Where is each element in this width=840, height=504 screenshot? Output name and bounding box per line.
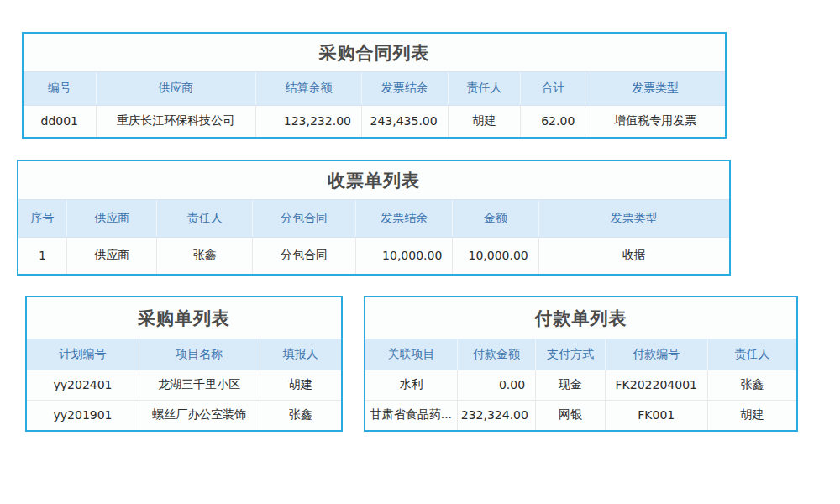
column-header: 编号	[24, 72, 96, 105]
payment-grid: 关联项目 付款金额 支付方式 付款编号 责任人 水利 0.00 现金 FK202…	[365, 339, 796, 430]
column-header: 结算余额	[255, 72, 361, 105]
column-header: 付款编号	[605, 339, 707, 370]
column-header: 发票类型	[585, 72, 725, 105]
column-header: 合计	[521, 72, 585, 105]
column-header: 供应商	[67, 200, 157, 237]
column-header: 填报人	[260, 339, 341, 370]
column-header: 供应商	[96, 72, 255, 105]
cell-amount: 10,000.00	[453, 237, 538, 274]
column-header: 责任人	[448, 72, 521, 105]
cell-responsible: 张鑫	[707, 370, 796, 400]
header-row: 编号 供应商 结算余额 发票结余 责任人 合计 发票类型	[24, 72, 725, 105]
receipt-grid: 序号 供应商 责任人 分包合同 发票结余 金额 发票类型 1 供应商 张鑫 分包…	[18, 200, 729, 274]
table-row[interactable]: dd001 重庆长江环保科技公司 123,232.00 243,435.00 胡…	[24, 105, 725, 137]
table-row[interactable]: 水利 0.00 现金 FK202204001 张鑫	[365, 370, 796, 400]
column-header: 支付方式	[536, 339, 606, 370]
column-header: 计划编号	[27, 339, 139, 370]
cell-project-name: 螺丝厂办公室装饰	[139, 400, 260, 430]
column-header: 发票结余	[361, 72, 448, 105]
column-header: 项目名称	[139, 339, 260, 370]
table-row[interactable]: yy201901 螺丝厂办公室装饰 张鑫	[27, 400, 341, 430]
purchase-order-grid: 计划编号 项目名称 填报人 yy202401 龙湖三千里小区 胡建 yy2019…	[27, 339, 341, 430]
purchase-order-title: 采购单列表	[27, 297, 341, 339]
column-header: 发票结余	[356, 200, 453, 237]
payment-table: 付款单列表 关联项目 付款金额 支付方式 付款编号 责任人 水利 0.00 现金…	[364, 296, 798, 432]
column-header: 金额	[453, 200, 538, 237]
purchase-order-table: 采购单列表 计划编号 项目名称 填报人 yy202401 龙湖三千里小区 胡建 …	[25, 296, 343, 432]
cell-settlement-balance: 123,232.00	[255, 105, 361, 137]
header-row: 序号 供应商 责任人 分包合同 发票结余 金额 发票类型	[18, 200, 729, 237]
receipt-title: 收票单列表	[18, 161, 729, 200]
cell-plan-code: yy201901	[27, 400, 139, 430]
header-row: 关联项目 付款金额 支付方式 付款编号 责任人	[365, 339, 796, 370]
cell-payment-code: FK202204001	[605, 370, 707, 400]
cell-responsible: 胡建	[448, 105, 521, 137]
cell-subcontract: 分包合同	[252, 237, 356, 274]
column-header: 分包合同	[252, 200, 356, 237]
cell-payment-code: FK001	[605, 400, 707, 430]
cell-reporter: 胡建	[260, 370, 341, 400]
column-header: 责任人	[157, 200, 252, 237]
cell-payment-method: 网银	[536, 400, 606, 430]
cell-supplier: 重庆长江环保科技公司	[96, 105, 255, 137]
cell-payment-method: 现金	[536, 370, 606, 400]
cell-total: 62.00	[521, 105, 585, 137]
column-header: 责任人	[707, 339, 796, 370]
table-row[interactable]: 1 供应商 张鑫 分包合同 10,000.00 10,000.00 收据	[18, 237, 729, 274]
cell-index: 1	[18, 237, 67, 274]
cell-supplier: 供应商	[67, 237, 157, 274]
cell-related-project: 水利	[365, 370, 457, 400]
column-header: 付款金额	[457, 339, 535, 370]
column-header: 发票类型	[538, 200, 729, 237]
table-row[interactable]: 甘肃省食品药... 232,324.00 网银 FK001 胡建	[365, 400, 796, 430]
header-row: 计划编号 项目名称 填报人	[27, 339, 341, 370]
purchase-contract-title: 采购合同列表	[24, 34, 725, 72]
cell-invoice-balance: 243,435.00	[361, 105, 448, 137]
payment-title: 付款单列表	[365, 297, 796, 339]
cell-responsible: 张鑫	[157, 237, 252, 274]
cell-project-name: 龙湖三千里小区	[139, 370, 260, 400]
cell-payment-amount: 0.00	[457, 370, 535, 400]
cell-plan-code: yy202401	[27, 370, 139, 400]
purchase-contract-table: 采购合同列表 编号 供应商 结算余额 发票结余 责任人 合计 发票类型 dd00…	[22, 32, 727, 139]
table-row[interactable]: yy202401 龙湖三千里小区 胡建	[27, 370, 341, 400]
cell-invoice-balance: 10,000.00	[356, 237, 453, 274]
cell-reporter: 张鑫	[260, 400, 341, 430]
column-header: 关联项目	[365, 339, 457, 370]
cell-payment-amount: 232,324.00	[457, 400, 535, 430]
cell-responsible: 胡建	[707, 400, 796, 430]
cell-invoice-type: 增值税专用发票	[585, 105, 725, 137]
cell-code: dd001	[24, 105, 96, 137]
cell-invoice-type: 收据	[538, 237, 729, 274]
receipt-table: 收票单列表 序号 供应商 责任人 分包合同 发票结余 金额 发票类型 1 供应商…	[17, 160, 731, 276]
cell-related-project: 甘肃省食品药...	[365, 400, 457, 430]
column-header: 序号	[18, 200, 67, 237]
purchase-contract-grid: 编号 供应商 结算余额 发票结余 责任人 合计 发票类型 dd001 重庆长江环…	[24, 72, 725, 137]
